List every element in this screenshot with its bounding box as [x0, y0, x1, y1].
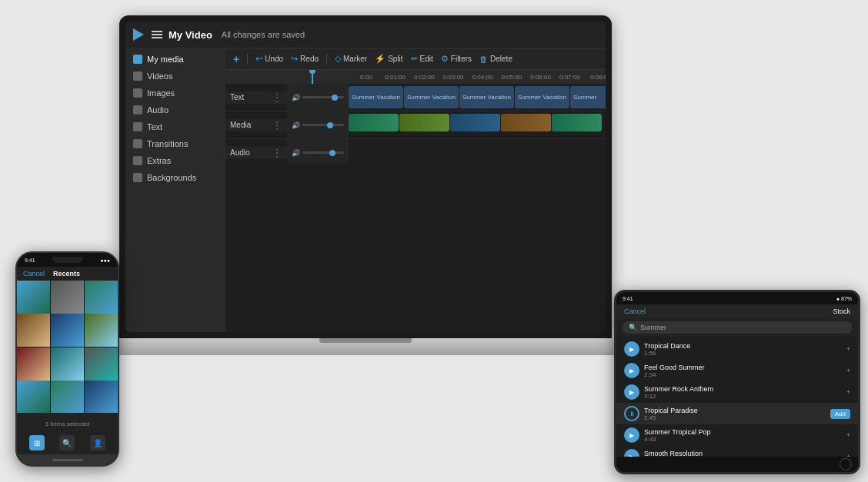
tablet-list-item-4[interactable]: ⏸ Tropical Paradise 2:45 Add: [616, 403, 858, 424]
phone-thumb-8[interactable]: [51, 347, 84, 381]
audio-track-options[interactable]: ⋮: [272, 147, 282, 159]
phone-thumb-6[interactable]: [85, 314, 118, 347]
tablet-search-wrap[interactable]: 🔍 Summer: [623, 321, 852, 334]
phone-profile-tab[interactable]: 👤: [90, 435, 105, 450]
tablet-item-info-6: Smooth Resolution 1:40: [644, 450, 842, 457]
sidebar-item-transitions[interactable]: Transitions: [125, 135, 225, 152]
phone-home-tab[interactable]: ⊞: [29, 435, 45, 450]
text-clip-2[interactable]: Summer Vacation: [404, 86, 459, 108]
tablet-play-2[interactable]: ▶: [624, 363, 639, 378]
ruler-mark-0: 0:00: [352, 74, 381, 81]
tablet-play-6[interactable]: ▶: [624, 449, 639, 457]
tablet-play-1[interactable]: ▶: [624, 341, 639, 357]
mymedia-icon: [133, 55, 142, 64]
ruler-mark-1: 0:01:00: [381, 74, 410, 81]
text-clip-4[interactable]: Summer Vacation: [515, 86, 569, 108]
phone-thumb-11[interactable]: [51, 381, 84, 413]
text-track-header: Text ⋮: [225, 91, 287, 104]
tablet-item-dur-2: 2:34: [644, 371, 842, 378]
scene: My Video All changes are saved My media …: [0, 0, 868, 482]
media-track-clips: [349, 111, 606, 138]
split-button[interactable]: ⚡ Split: [375, 54, 402, 64]
tablet-item-dur-4: 2:45: [644, 414, 826, 421]
phone-thumb-7[interactable]: [17, 347, 50, 381]
text-clip-1[interactable]: Summer Vacation: [349, 86, 403, 108]
tablet-item-info-2: Feel Good Summer 2:34: [644, 364, 842, 378]
tablet-item-action-3[interactable]: +: [846, 388, 850, 396]
extras-icon: [133, 156, 142, 165]
sidebar-item-videos[interactable]: Videos: [125, 68, 225, 85]
undo-button[interactable]: ↩ Undo: [255, 54, 283, 64]
sidebar-item-extras[interactable]: Extras: [125, 152, 225, 169]
tablet-home-button[interactable]: [840, 458, 852, 470]
media-clip-1[interactable]: [349, 114, 399, 131]
tablet-pause-4[interactable]: ⏸: [624, 406, 639, 421]
undo-icon: ↩: [255, 54, 262, 64]
phone-thumb-9[interactable]: [85, 347, 118, 381]
app-title: My Video: [169, 29, 212, 41]
tablet-cancel-button[interactable]: Cancel: [624, 307, 646, 315]
backgrounds-icon: [133, 173, 142, 182]
edit-button[interactable]: ✏ Edit: [411, 54, 433, 64]
sidebar-item-mymedia[interactable]: My media: [125, 51, 225, 68]
tablet-list-item-5[interactable]: ▶ Summer Tropical Pop 4:43 +: [616, 424, 858, 446]
play-icon: [133, 28, 145, 41]
add-clip-button[interactable]: +: [233, 53, 239, 65]
tablet-item-name-6: Smooth Resolution: [644, 450, 842, 457]
delete-button[interactable]: 🗑 Delete: [479, 55, 512, 64]
hamburger-icon[interactable]: [152, 31, 162, 38]
phone-thumb-12[interactable]: [85, 381, 118, 413]
ruler-mark-5: 0:05:00: [497, 74, 526, 81]
phone-thumb-2[interactable]: [51, 281, 84, 314]
tablet-item-action-1[interactable]: +: [846, 345, 850, 353]
tablet-play-3[interactable]: ▶: [624, 384, 639, 400]
text-icon: [133, 122, 142, 131]
text-clip-5[interactable]: Summer: [570, 86, 606, 108]
redo-button[interactable]: ↪ Redo: [291, 54, 319, 64]
tablet-item-action-5[interactable]: +: [846, 431, 850, 439]
media-clip-4[interactable]: [501, 114, 551, 131]
sidebar-item-images[interactable]: Images: [125, 85, 225, 101]
tablet-list-item-6[interactable]: ▶ Smooth Resolution 1:40 +: [616, 446, 858, 457]
tablet-list-item-2[interactable]: ▶ Feel Good Summer 2:34 +: [616, 360, 858, 381]
tablet-item-name-1: Tropical Dance: [644, 342, 842, 350]
media-vol-slider[interactable]: [302, 124, 344, 126]
redo-icon: ↪: [291, 54, 298, 64]
tablet-list-item-1[interactable]: ▶ Tropical Dance 1:56 +: [616, 338, 858, 360]
tablet: 9:41 ● 87% Cancel Stock 🔍 Summer: [614, 290, 860, 474]
ruler-mark-2: 0:02:00: [410, 74, 439, 81]
phone-thumb-5[interactable]: [51, 314, 84, 347]
tablet-item-action-2[interactable]: +: [846, 367, 850, 374]
tablet-play-5[interactable]: ▶: [624, 427, 639, 443]
text-vol-thumb: [332, 95, 338, 101]
phone-thumb-1[interactable]: [17, 281, 50, 314]
phone-thumb-4[interactable]: [17, 314, 50, 347]
phone-thumb-10[interactable]: [17, 381, 50, 413]
tablet-list-item-3[interactable]: ▶ Summer Rock Anthem 3:12 +: [616, 381, 858, 403]
filters-button[interactable]: ⚙ Filters: [441, 54, 472, 64]
media-clip-3[interactable]: [450, 114, 500, 131]
sidebar-item-audio[interactable]: Audio: [125, 101, 225, 118]
audio-vol-thumb: [329, 150, 336, 156]
text-track-options[interactable]: ⋮: [272, 91, 282, 104]
ruler-mark-4: 0:04:00: [468, 74, 497, 81]
audio-vol-slider[interactable]: [302, 151, 344, 154]
media-clip-2[interactable]: [399, 114, 449, 131]
phone-media-grid: [17, 281, 118, 413]
text-vol-slider[interactable]: [302, 96, 344, 98]
media-track-options[interactable]: ⋮: [272, 119, 282, 131]
timeline-playhead[interactable]: [312, 70, 313, 84]
media-track-name: Media: [230, 121, 251, 129]
phone-search-tab[interactable]: 🔍: [59, 435, 75, 450]
tablet-list: ▶ Tropical Dance 1:56 + ▶ Feel Good Summ…: [616, 337, 858, 457]
sidebar-item-backgrounds[interactable]: Backgrounds: [125, 169, 225, 186]
text-clip-3[interactable]: Summer Vacation: [459, 86, 514, 108]
laptop-screen: My Video All changes are saved My media …: [125, 22, 606, 332]
media-clip-5[interactable]: [552, 114, 602, 131]
phone-cancel-button[interactable]: Cancel: [23, 270, 45, 278]
phone-thumb-3[interactable]: [85, 281, 118, 314]
marker-button[interactable]: ◇ Marker: [335, 54, 367, 64]
sidebar-item-text[interactable]: Text: [125, 118, 225, 135]
phone-home-indicator: [17, 454, 118, 465]
tablet-item-action-4[interactable]: Add: [830, 409, 850, 419]
